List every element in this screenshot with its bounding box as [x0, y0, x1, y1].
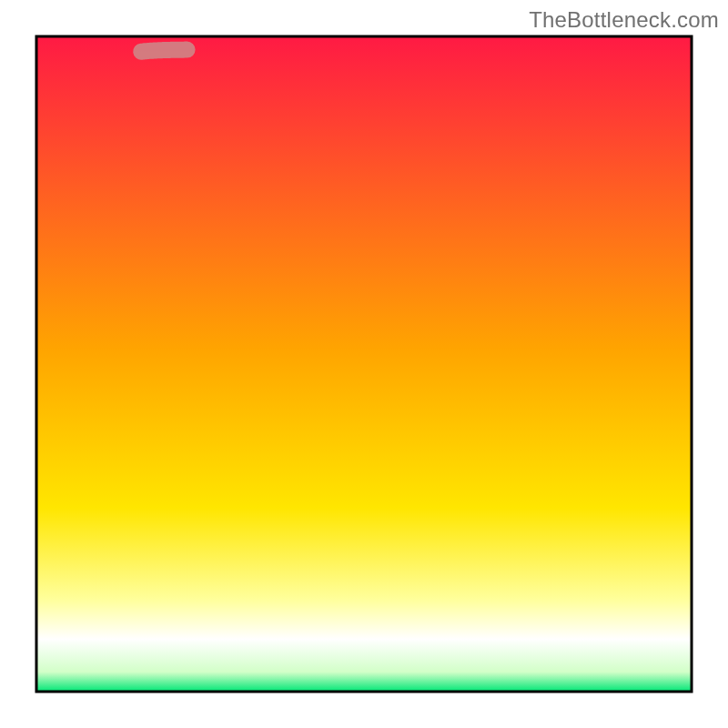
- plot-background: [36, 36, 692, 692]
- curve-highlight: [141, 50, 187, 52]
- chart-container: TheBottleneck.com: [0, 0, 728, 728]
- bottleneck-chart: [0, 0, 728, 728]
